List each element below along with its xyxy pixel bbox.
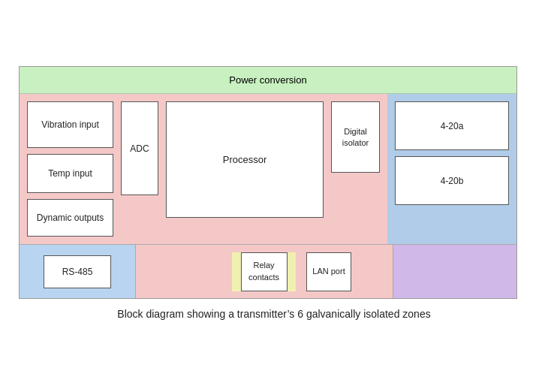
dynamic-outputs-block: Dynamic outputs [27, 199, 113, 237]
output-a-block: 4-20a [395, 101, 509, 150]
power-conversion-zone: Power conversion [20, 67, 516, 94]
zone-pink-bottom: Relay contacts LAN port [136, 245, 393, 298]
zone-blue-main: 4-20a 4-20b [387, 94, 516, 244]
zone-blue-bottom: RS-485 [20, 245, 136, 298]
diagram-caption: Block diagram showing a transmitter’s 6 … [30, 306, 518, 322]
lan-port-block: LAN port [306, 252, 351, 291]
adc-block: ADC [121, 101, 158, 195]
digital-isolator-block: Digital isolator [331, 101, 380, 173]
processor-block: Processor [166, 101, 324, 218]
diagram-container: Power conversion Vibration input Temp in… [19, 66, 529, 333]
block-diagram: Power conversion Vibration input Temp in… [19, 66, 517, 299]
output-b-block: 4-20b [395, 156, 509, 205]
vibration-input-block: Vibration input [27, 101, 113, 148]
adc-column: ADC [121, 101, 158, 237]
processor-column: Processor [166, 101, 324, 237]
zone-pink-main: Vibration input Temp input Dynamic outpu… [20, 94, 387, 244]
isolator-column: Digital isolator [331, 101, 380, 237]
temp-input-block: Temp input [27, 154, 113, 193]
zone-yellow-bottom: Relay contacts [232, 252, 296, 291]
lan-area: LAN port [303, 252, 354, 291]
bottom-row: RS-485 Relay contacts LAN port [20, 244, 516, 298]
main-row: Vibration input Temp input Dynamic outpu… [20, 94, 516, 244]
rs485-block: RS-485 [44, 255, 111, 288]
left-column: Vibration input Temp input Dynamic outpu… [27, 101, 113, 237]
zone-purple-bottom [393, 245, 516, 298]
relay-contacts-block: Relay contacts [241, 252, 288, 291]
